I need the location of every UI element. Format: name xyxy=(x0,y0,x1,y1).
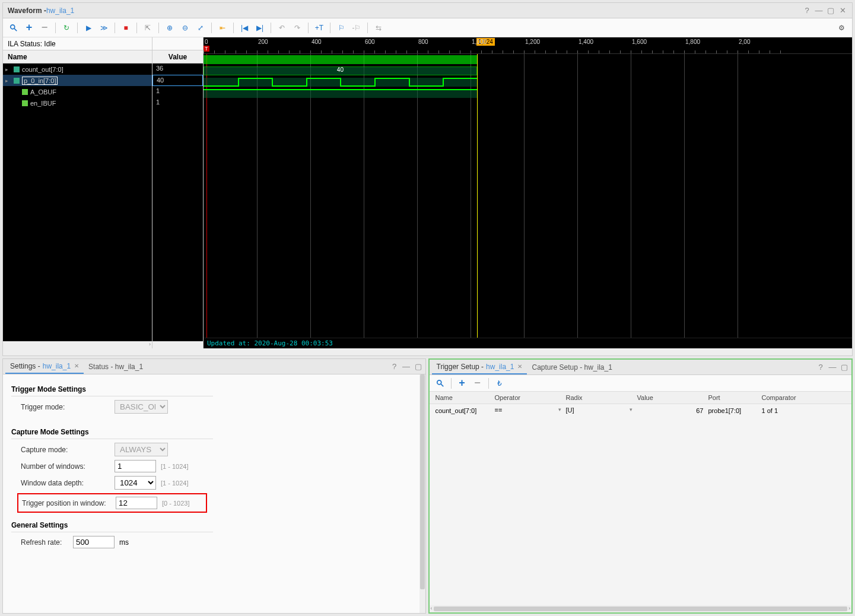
prev-edge-icon[interactable]: ↶ xyxy=(276,22,288,34)
svg-point-0 xyxy=(11,24,15,28)
waveform-instance-link[interactable]: hw_ila_1 xyxy=(46,7,74,15)
remove-icon[interactable]: − xyxy=(472,377,484,389)
settings-tabs: Settings - hw_ila_1 ✕ Status - hw_ila_1 … xyxy=(3,359,425,374)
zoom-fit-icon[interactable]: ⤢ xyxy=(195,22,206,34)
refresh-input[interactable] xyxy=(73,536,115,548)
svg-line-3 xyxy=(440,383,443,386)
waveform-toolbar: + − ↻ ▶ ≫ ■ ⇱ ⊕ ⊖ ⤢ ⇤ |◀ ▶| ↶ ↷ +T ⚐ -⚐ … xyxy=(3,18,852,37)
maximize-icon[interactable]: ▢ xyxy=(414,362,423,371)
capture-mode-select[interactable]: ALWAYS xyxy=(115,443,168,456)
go-to-end-icon[interactable]: ▶| xyxy=(254,22,266,34)
add-icon[interactable]: + xyxy=(23,22,35,34)
signal-value[interactable]: 1 xyxy=(152,86,203,97)
value-hscroll[interactable] xyxy=(152,341,203,348)
trigger-mode-select[interactable]: BASIC_ONLY xyxy=(115,400,168,414)
trigger-row[interactable]: count_out[7:0] ==▾ [U]▾ 67 probe1[7:0] 1… xyxy=(430,404,852,417)
capture-mode-section: Capture Mode Settings xyxy=(11,428,213,439)
signal-row[interactable]: en_IBUF xyxy=(3,97,152,109)
name-header[interactable]: Name xyxy=(3,50,152,63)
trigger-marker[interactable]: T xyxy=(204,46,209,52)
maximize-icon[interactable]: ▢ xyxy=(826,6,835,15)
signal-name-column: ILA Status: Idle Name ▸count_out[7:0]▸p_… xyxy=(3,37,152,348)
signal-row[interactable]: A_OBUF xyxy=(3,86,152,97)
tab-trigger-setup[interactable]: Trigger Setup - hw_ila_1 ✕ xyxy=(432,360,527,374)
trigger-comp-cell: 1 of 1 xyxy=(759,407,795,414)
waveform-display[interactable]: T 1,024 02004006008001,0001,2001,4001,60… xyxy=(204,37,852,348)
stop-icon[interactable]: ■ xyxy=(120,22,132,34)
num-windows-input[interactable] xyxy=(115,460,156,472)
svg-line-1 xyxy=(14,28,17,30)
go-to-cursor-icon[interactable]: ⇤ xyxy=(217,22,228,34)
minimize-icon[interactable]: — xyxy=(814,6,824,15)
depth-select[interactable]: 1024 xyxy=(115,476,156,490)
trigpos-label: Trigger position in window: xyxy=(22,499,111,507)
close-tab-icon[interactable]: ✕ xyxy=(517,363,522,370)
signal-name: count_out[7:0] xyxy=(22,66,63,73)
ruler-tick: 1,400 xyxy=(579,39,593,45)
depth-label: Window data depth: xyxy=(21,479,110,487)
help-icon[interactable]: ? xyxy=(390,362,399,371)
trigpos-hint: [0 - 1023] xyxy=(162,500,189,507)
remove-marker-icon[interactable]: -⚐ xyxy=(351,22,363,34)
help-icon[interactable]: ? xyxy=(816,363,825,372)
export-icon[interactable]: ⇱ xyxy=(142,22,154,34)
bus-icon xyxy=(14,78,20,84)
wire-icon xyxy=(22,100,28,106)
add-marker-icon[interactable]: +T xyxy=(313,22,325,34)
go-to-start-icon[interactable]: |◀ xyxy=(239,22,250,34)
depth-hint: [1 - 1024] xyxy=(161,480,188,487)
trigger-radix-select[interactable]: [U]▾ xyxy=(564,407,635,414)
signal-value[interactable]: 1 xyxy=(152,97,203,109)
add-icon[interactable]: + xyxy=(456,377,468,389)
close-icon[interactable]: ✕ xyxy=(838,6,847,15)
waveform-header: Waveform - hw_ila_1 ? — ▢ ✕ xyxy=(3,3,852,18)
next-edge-icon[interactable]: ↷ xyxy=(291,22,303,34)
trigger-setup-panel: Trigger Setup - hw_ila_1 ✕ Capture Setup… xyxy=(428,358,853,614)
ruler-tick: 1,800 xyxy=(685,39,700,45)
settings-vscroll[interactable] xyxy=(419,374,425,613)
trigger-port-cell: probe1[7:0] xyxy=(706,407,759,414)
help-icon[interactable]: ? xyxy=(802,6,812,15)
signal-value[interactable]: 40 xyxy=(152,75,203,86)
waveform-title: Waveform - xyxy=(8,7,46,15)
wave-ruler: T 1,024 02004006008001,0001,2001,4001,60… xyxy=(204,37,852,54)
tab-capture-setup[interactable]: Capture Setup - hw_ila_1 xyxy=(527,361,616,374)
signal-row[interactable]: ▸p_0_in[7:0] xyxy=(3,75,152,86)
expand-icon[interactable]: ▸ xyxy=(5,66,8,72)
minimize-icon[interactable]: — xyxy=(828,363,837,372)
toggle-icon[interactable]: ₺ xyxy=(494,377,506,389)
trigpos-input[interactable] xyxy=(116,497,157,509)
settings-panel: Settings - hw_ila_1 ✕ Status - hw_ila_1 … xyxy=(2,358,426,614)
signal-hscroll[interactable]: › xyxy=(3,341,152,348)
refresh-label: Refresh rate: xyxy=(21,538,68,547)
tab-status[interactable]: Status - hw_ila_1 xyxy=(84,360,148,373)
tab-settings[interactable]: Settings - hw_ila_1 ✕ xyxy=(5,360,84,374)
remove-icon[interactable]: − xyxy=(39,22,50,34)
play-icon[interactable]: ▶ xyxy=(82,22,94,34)
ruler-tick: 800 xyxy=(418,39,428,45)
zoom-out-icon[interactable]: ⊖ xyxy=(179,22,191,34)
minimize-icon[interactable]: — xyxy=(402,362,411,371)
fast-forward-icon[interactable]: ≫ xyxy=(98,22,110,34)
trigger-mode-section: Trigger Mode Settings xyxy=(11,385,213,396)
expand-icon[interactable]: ▸ xyxy=(5,78,8,84)
swap-icon[interactable]: ⇆ xyxy=(373,22,384,34)
search-icon[interactable] xyxy=(8,22,20,34)
trigger-operator-select[interactable]: ==▾ xyxy=(492,407,564,414)
zoom-in-icon[interactable]: ⊕ xyxy=(164,22,176,34)
trigger-name-cell: count_out[7:0] xyxy=(433,407,492,414)
close-tab-icon[interactable]: ✕ xyxy=(74,363,79,369)
num-windows-label: Number of windows: xyxy=(21,462,110,471)
signal-value[interactable]: 36 xyxy=(152,63,203,75)
trigger-value-cell[interactable]: 67 xyxy=(635,407,706,414)
signal-row[interactable]: ▸count_out[7:0] xyxy=(3,63,152,75)
maximize-icon[interactable]: ▢ xyxy=(840,363,849,372)
gear-icon[interactable]: ⚙ xyxy=(835,22,847,34)
wave-footer-status: Updated at: 2020-Aug-28 00:03:53 xyxy=(204,338,852,348)
prev-marker-icon[interactable]: ⚐ xyxy=(335,22,347,34)
ruler-tick: 0 xyxy=(205,39,208,45)
value-header[interactable]: Value xyxy=(152,50,203,63)
trigger-hscroll[interactable]: ‹› xyxy=(430,605,852,612)
search-icon[interactable] xyxy=(434,377,446,389)
refresh-icon[interactable]: ↻ xyxy=(61,22,72,34)
